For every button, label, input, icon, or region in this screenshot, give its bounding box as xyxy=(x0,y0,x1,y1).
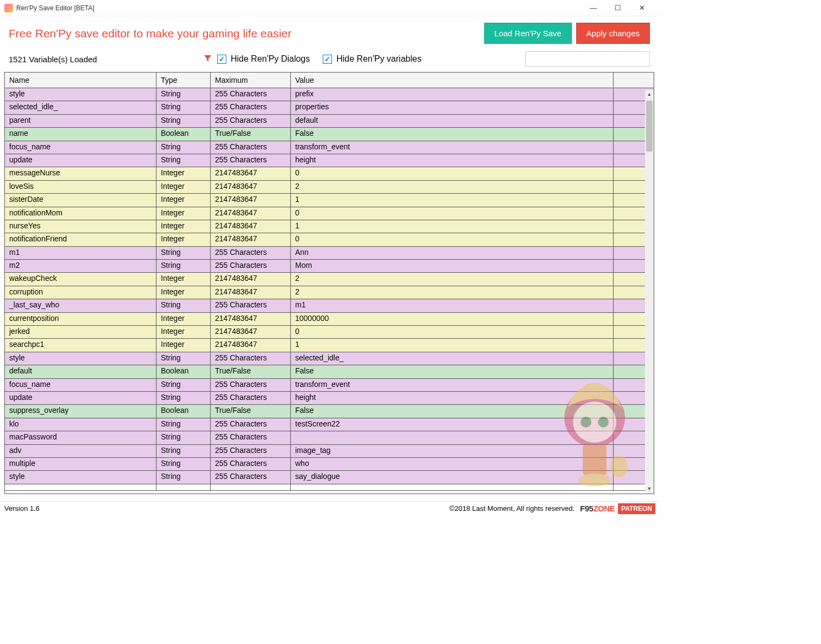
table-row[interactable]: currentpositionInteger214748364710000000 xyxy=(5,313,654,326)
cell-value[interactable]: who xyxy=(291,458,614,470)
cell-value[interactable]: 0 xyxy=(291,207,614,220)
scroll-down-icon[interactable]: ▼ xyxy=(645,484,654,493)
cell-value[interactable]: False xyxy=(291,405,614,417)
cell-max: 255 Characters xyxy=(211,445,291,457)
maximize-button[interactable]: ☐ xyxy=(605,0,630,16)
cell-name: klo xyxy=(5,418,157,431)
column-maximum[interactable]: Maximum xyxy=(211,73,291,88)
minimize-button[interactable]: — xyxy=(581,0,605,16)
cell-max: 255 Characters xyxy=(211,115,291,127)
cell-type: String xyxy=(157,352,211,365)
table-row[interactable]: styleString255 Charactersselected_idle_ xyxy=(5,352,654,365)
scrollbar[interactable]: ▲ ▼ xyxy=(645,90,654,493)
table-row[interactable]: sisterDateInteger21474836471 xyxy=(5,194,654,207)
table-row[interactable]: styleString255 Characterssay_dialogue xyxy=(5,471,654,484)
table-row[interactable]: notificationMomInteger21474836470 xyxy=(5,207,654,220)
cell-value[interactable]: 1 xyxy=(291,194,614,206)
table-row[interactable]: parentString255 Charactersdefault xyxy=(5,115,654,128)
table-row[interactable]: updateString255 Charactersheight xyxy=(5,392,654,405)
cell-value[interactable]: default xyxy=(291,115,614,127)
cell-value[interactable]: Mom xyxy=(291,260,614,272)
cell-max: True/False xyxy=(211,405,291,417)
cell-value[interactable]: selected_idle_ xyxy=(291,352,614,365)
table-row[interactable]: advString255 Charactersimage_tag xyxy=(5,445,654,458)
cell-value[interactable]: 2 xyxy=(291,273,614,285)
cell-value[interactable]: Ann xyxy=(291,247,614,259)
table-row[interactable]: jerkedInteger21474836470 xyxy=(5,326,654,339)
table-row[interactable]: wakeupCheckInteger21474836472 xyxy=(5,273,654,286)
cell-value[interactable]: transform_event xyxy=(291,379,614,391)
column-value[interactable]: Value xyxy=(291,73,614,88)
table-row[interactable]: updateString255 Charactersheight xyxy=(5,154,654,167)
cell-value[interactable]: False xyxy=(291,365,614,378)
table-row[interactable]: macPasswordString255 Characters xyxy=(5,431,654,444)
table-row[interactable]: _last_say_whoString255 Charactersm1 xyxy=(5,299,654,312)
table-row[interactable]: defaultBooleanTrue/FalseFalse xyxy=(5,365,654,378)
table-row[interactable]: m2String255 CharactersMom xyxy=(5,260,654,273)
grid-body: styleString255 Charactersprefixselected_… xyxy=(5,88,654,493)
patreon-link[interactable]: PATREON xyxy=(618,503,655,514)
table-row[interactable]: loveSisInteger21474836472 xyxy=(5,181,654,194)
scroll-thumb[interactable] xyxy=(646,101,653,152)
data-grid: Name Type Maximum Value styleString255 C… xyxy=(4,72,654,494)
hide-variables-checkbox[interactable]: ✓ xyxy=(323,55,332,64)
cell-value[interactable]: 0 xyxy=(291,233,614,246)
cell-max: True/False xyxy=(211,128,291,140)
table-row[interactable]: styleString255 Charactersprefix xyxy=(5,88,654,101)
table-row[interactable]: kloString255 CharacterstestScreen22 xyxy=(5,418,654,431)
cell-value[interactable]: testScreen22 xyxy=(291,418,614,431)
table-row[interactable]: nameBooleanTrue/FalseFalse xyxy=(5,128,654,141)
cell-value[interactable] xyxy=(291,431,614,444)
cell-name: suppress_overlay xyxy=(5,405,157,417)
cell-value[interactable]: False xyxy=(291,128,614,140)
cell-value[interactable]: 10000000 xyxy=(291,313,614,325)
column-type[interactable]: Type xyxy=(157,73,211,88)
cell-value[interactable]: say_dialogue xyxy=(291,471,614,483)
cell-type: String xyxy=(157,418,211,431)
cell-type: String xyxy=(157,431,211,444)
app-icon xyxy=(4,4,13,12)
cell-value[interactable]: 2 xyxy=(291,181,614,193)
cell-value[interactable]: height xyxy=(291,392,614,404)
table-row[interactable]: searchpc1Integer21474836471 xyxy=(5,339,654,352)
f95zone-link[interactable]: F95ZONE xyxy=(580,504,615,513)
table-row[interactable]: m1String255 CharactersAnn xyxy=(5,247,654,260)
table-row[interactable]: focus_nameString255 Characterstransform_… xyxy=(5,141,654,154)
cell-value[interactable]: 1 xyxy=(291,220,614,233)
cell-max: 255 Characters xyxy=(211,431,291,444)
table-row[interactable]: notificationFriendInteger21474836470 xyxy=(5,233,654,246)
cell-value[interactable]: properties xyxy=(291,101,614,114)
table-row[interactable]: multipleString255 Characterswho xyxy=(5,458,654,471)
cell-value[interactable]: 1 xyxy=(291,339,614,351)
filter-icon[interactable] xyxy=(204,54,212,64)
cell-name: loveSis xyxy=(5,181,157,193)
cell-type: Integer xyxy=(157,194,211,206)
table-row[interactable]: nurseYesInteger21474836471 xyxy=(5,220,654,233)
cell-value[interactable]: 2 xyxy=(291,286,614,299)
hide-dialogs-checkbox[interactable]: ✓ xyxy=(217,55,226,64)
cell-max: 255 Characters xyxy=(211,141,291,154)
tagline: Free Ren'Py save editor to make your gam… xyxy=(9,27,480,40)
table-row[interactable]: focus_nameString255 Characterstransform_… xyxy=(5,379,654,392)
cell-name: messageNurse xyxy=(5,167,157,180)
apply-changes-button[interactable]: Apply changes xyxy=(576,23,650,44)
cell-value[interactable]: height xyxy=(291,154,614,167)
column-name[interactable]: Name xyxy=(5,73,157,88)
cell-value[interactable]: image_tag xyxy=(291,445,614,457)
scroll-up-icon[interactable]: ▲ xyxy=(645,90,654,98)
cell-value[interactable]: 0 xyxy=(291,167,614,180)
table-row[interactable]: corruptionInteger21474836472 xyxy=(5,286,654,299)
search-input[interactable] xyxy=(525,51,650,67)
cell-value[interactable]: transform_event xyxy=(291,141,614,154)
close-button[interactable]: ✕ xyxy=(630,0,654,16)
cell-name: multiple xyxy=(5,458,157,470)
load-save-button[interactable]: Load Ren'Py Save xyxy=(484,23,572,44)
cell-value[interactable]: m1 xyxy=(291,299,614,312)
table-row[interactable]: messageNurseInteger21474836470 xyxy=(5,167,654,180)
cell-type: Integer xyxy=(157,313,211,325)
filter-row: 1521 Variable(s) Loaded ✓ Hide Ren'Py Di… xyxy=(0,48,659,72)
cell-value[interactable]: prefix xyxy=(291,88,614,101)
table-row[interactable]: selected_idle_String255 Charactersproper… xyxy=(5,101,654,114)
cell-value[interactable]: 0 xyxy=(291,326,614,338)
table-row[interactable]: suppress_overlayBooleanTrue/FalseFalse xyxy=(5,405,654,418)
